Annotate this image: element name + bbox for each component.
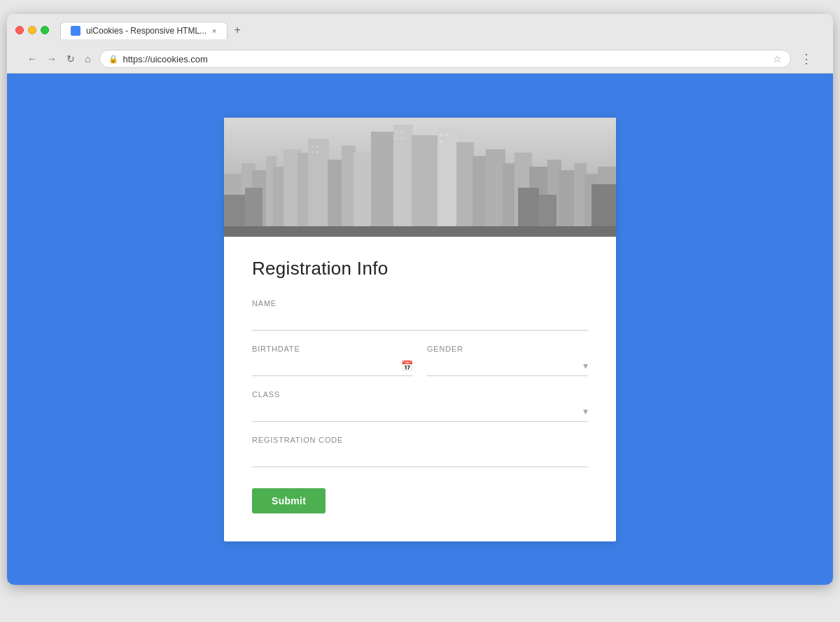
svg-rect-14 (412, 135, 440, 237)
reload-button[interactable]: ↻ (63, 51, 78, 67)
home-button[interactable]: ⌂ (81, 51, 94, 67)
tab-favicon (71, 26, 80, 36)
address-bar[interactable]: 🔒 https://uicookies.com ☆ (99, 50, 791, 68)
svg-rect-11 (354, 153, 373, 237)
birthdate-gender-row: BIRTHDATE 📅 GENDER Male Female (252, 345, 588, 376)
nav-buttons: ← → ↻ ⌂ (24, 51, 94, 67)
browser-controls: uiCookies - Responsive HTML... × + (15, 21, 825, 39)
tab-title: uiCookies - Responsive HTML... (86, 26, 206, 36)
close-traffic-light[interactable] (15, 26, 24, 34)
birthdate-label: BIRTHDATE (252, 345, 413, 353)
gender-select[interactable]: Male Female Other (427, 356, 588, 376)
svg-rect-9 (328, 160, 343, 237)
class-label: CLASS (252, 390, 588, 399)
svg-rect-15 (438, 128, 458, 237)
birthdate-field-group: BIRTHDATE 📅 (252, 345, 413, 376)
gender-field-group: GENDER Male Female Other (427, 345, 588, 376)
svg-rect-33 (396, 137, 398, 140)
svg-rect-30 (316, 151, 318, 153)
registration-code-label: REGISTRATION CODE (252, 436, 588, 444)
tab-close-button[interactable]: × (212, 27, 216, 35)
lock-icon: 🔒 (108, 55, 118, 64)
svg-rect-34 (401, 137, 404, 140)
class-select[interactable]: Class A Class B Class C Class D (252, 401, 588, 422)
svg-rect-16 (456, 142, 474, 237)
form-card: Registration Info NAME BIRTHDATE 📅 (224, 118, 616, 541)
name-input[interactable] (252, 310, 588, 331)
browser-menu-button[interactable]: ⋮ (797, 49, 816, 69)
active-tab[interactable]: uiCookies - Responsive HTML... × (60, 22, 227, 39)
gender-select-wrapper: Male Female Other (427, 356, 588, 376)
svg-rect-37 (440, 140, 442, 143)
form-body: Registration Info NAME BIRTHDATE 📅 (224, 237, 616, 541)
svg-rect-29 (312, 151, 314, 153)
form-title: Registration Info (252, 258, 588, 279)
svg-rect-17 (472, 156, 488, 237)
browser-addressbar: ← → ↻ ⌂ 🔒 https://uicookies.com ☆ ⋮ (15, 45, 825, 73)
registration-code-field-group: REGISTRATION CODE (252, 436, 588, 467)
svg-rect-36 (445, 133, 448, 136)
svg-rect-32 (401, 130, 404, 133)
maximize-traffic-light[interactable] (41, 26, 49, 34)
browser-window: uiCookies - Responsive HTML... × + ← → ↻… (7, 14, 833, 585)
new-tab-button[interactable]: + (229, 21, 246, 39)
browser-titlebar: uiCookies - Responsive HTML... × + ← → ↻… (7, 14, 833, 74)
class-field-group: CLASS Class A Class B Class C Class D (252, 390, 588, 422)
hero-image (224, 118, 616, 237)
svg-rect-18 (486, 149, 505, 237)
name-label: NAME (252, 299, 588, 307)
svg-rect-43 (224, 226, 616, 237)
forward-button[interactable]: → (43, 51, 60, 67)
class-select-wrapper: Class A Class B Class C Class D (252, 401, 588, 422)
svg-rect-12 (371, 132, 396, 237)
svg-rect-28 (316, 146, 318, 148)
url-text: https://uicookies.com (122, 54, 769, 64)
svg-rect-35 (440, 133, 442, 136)
registration-code-input[interactable] (252, 447, 588, 467)
svg-rect-31 (396, 130, 398, 133)
svg-rect-27 (312, 146, 314, 148)
svg-rect-13 (393, 125, 413, 237)
submit-button[interactable]: Submit (252, 488, 326, 513)
bookmark-icon[interactable]: ☆ (773, 53, 782, 64)
browser-content: Registration Info NAME BIRTHDATE 📅 (7, 74, 833, 585)
browser-tabs: uiCookies - Responsive HTML... × + (60, 21, 246, 39)
gender-label: GENDER (427, 345, 588, 353)
birthdate-input[interactable] (252, 356, 413, 376)
birthdate-input-wrapper: 📅 (252, 356, 413, 376)
name-field-group: NAME (252, 299, 588, 331)
back-button[interactable]: ← (24, 51, 41, 67)
minimize-traffic-light[interactable] (28, 26, 36, 34)
